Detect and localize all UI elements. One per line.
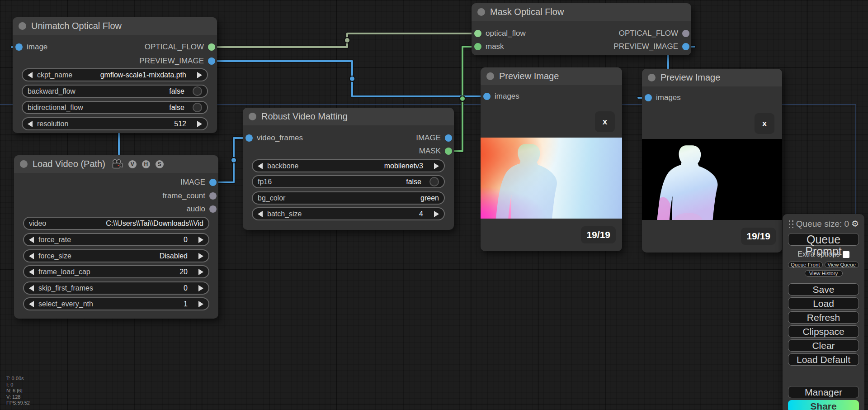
widget-bidirectional-flow[interactable]: bidirectional_flow false	[22, 101, 208, 114]
socket-image-output[interactable]	[209, 179, 217, 186]
output-optical-flow[interactable]: OPTICAL_FLOW	[145, 43, 215, 52]
output-optical-flow[interactable]: OPTICAL_FLOW	[619, 29, 689, 38]
node-robust-video-matting[interactable]: Robust Video Matting video_frames IMAGE …	[243, 108, 454, 230]
input-optical-flow[interactable]: optical_flow	[474, 29, 526, 38]
load-default-button[interactable]: Load Default	[788, 353, 859, 366]
manager-button[interactable]: Manager	[788, 386, 859, 398]
socket-optical-flow-output[interactable]	[682, 30, 689, 37]
widget-backbone[interactable]: backbone mobilenetv3	[252, 159, 445, 172]
input-images[interactable]: images	[483, 92, 519, 101]
decrement-arrow-icon[interactable]	[258, 211, 263, 217]
socket-audio-output[interactable]	[209, 205, 217, 213]
node-preview-image-1[interactable]: Preview Image images x 19/19	[481, 67, 622, 251]
socket-image-input[interactable]	[15, 43, 23, 51]
widget-label: bidirectional_flow	[28, 104, 83, 112]
socket-preview-image-output[interactable]	[682, 43, 689, 50]
socket-frame-count-output[interactable]	[209, 192, 217, 200]
increment-arrow-icon[interactable]	[198, 269, 203, 275]
node-load-video-path[interactable]: Load Video (Path) V H S IMAGE frame_coun…	[14, 155, 218, 319]
refresh-button[interactable]: Refresh	[788, 311, 859, 324]
socket-images-input[interactable]	[483, 93, 491, 100]
output-audio[interactable]: audio	[186, 205, 217, 214]
decrement-arrow-icon[interactable]	[29, 269, 34, 275]
node-title-bar[interactable]: Unimatch Optical Flow	[13, 17, 217, 35]
output-preview-image[interactable]: PREVIEW_IMAGE	[613, 42, 689, 51]
widget-video-path[interactable]: video C:\\Users\\Tai\\Downloads\\Vid	[23, 217, 209, 230]
socket-optical-flow-output[interactable]	[208, 43, 215, 51]
increment-arrow-icon[interactable]	[434, 163, 439, 169]
load-button[interactable]: Load	[788, 297, 859, 310]
output-image[interactable]: IMAGE	[416, 133, 452, 143]
widget-force-rate[interactable]: force_rate 0	[23, 233, 209, 246]
widget-frame-load-cap[interactable]: frame_load_cap 20	[23, 265, 209, 278]
input-mask[interactable]: mask	[474, 42, 504, 51]
widget-resolution[interactable]: resolution 512	[22, 117, 208, 130]
socket-preview-image-output[interactable]	[208, 57, 215, 65]
socket-video-frames-input[interactable]	[245, 134, 253, 142]
extra-options-checkbox[interactable]	[843, 251, 849, 258]
decrement-arrow-icon[interactable]	[29, 253, 34, 259]
input-image[interactable]: image	[15, 43, 47, 52]
node-preview-image-2[interactable]: Preview Image images x	[642, 69, 782, 253]
widget-value: false	[169, 104, 184, 112]
increment-arrow-icon[interactable]	[198, 285, 203, 291]
queue-front-button[interactable]: Queue Front	[788, 262, 823, 268]
decrement-arrow-icon[interactable]	[29, 237, 34, 243]
toggle-knob[interactable]	[193, 86, 202, 96]
output-frame-count[interactable]: frame_count	[163, 191, 217, 200]
widget-batch-size[interactable]: batch_size 4	[252, 207, 445, 220]
input-video-frames[interactable]: video_frames	[245, 133, 303, 143]
decrement-arrow-icon[interactable]	[29, 285, 34, 291]
decrement-arrow-icon[interactable]	[258, 163, 263, 169]
output-image[interactable]: IMAGE	[180, 178, 217, 187]
close-preview-button[interactable]: x	[755, 113, 774, 134]
decrement-arrow-icon[interactable]	[28, 121, 33, 127]
widget-label: video	[29, 219, 46, 228]
output-preview-image[interactable]: PREVIEW_IMAGE	[139, 57, 215, 66]
gear-icon[interactable]: ⚙	[851, 219, 859, 229]
drag-handle-icon[interactable]	[788, 219, 794, 228]
node-unimatch-optical-flow[interactable]: Unimatch Optical Flow image OPTICAL_FLOW…	[13, 17, 217, 133]
clear-button[interactable]: Clear	[788, 339, 859, 352]
socket-images-input[interactable]	[645, 94, 652, 101]
decrement-arrow-icon[interactable]	[28, 72, 33, 78]
increment-arrow-icon[interactable]	[198, 301, 203, 307]
input-images[interactable]: images	[645, 93, 681, 102]
decrement-arrow-icon[interactable]	[29, 301, 34, 307]
node-title-bar[interactable]: Mask Optical Flow	[472, 3, 691, 21]
node-mask-optical-flow[interactable]: Mask Optical Flow optical_flow mask OPTI…	[472, 3, 691, 55]
view-queue-button[interactable]: View Queue	[825, 262, 859, 268]
widget-select-every-nth[interactable]: select_every_nth 1	[23, 297, 209, 310]
increment-arrow-icon[interactable]	[198, 253, 203, 259]
socket-optical-flow-input[interactable]	[474, 30, 481, 37]
node-title-bar[interactable]: Robust Video Matting	[243, 108, 454, 125]
increment-arrow-icon[interactable]	[434, 211, 439, 217]
widget-skip-first-frames[interactable]: skip_first_frames 0	[23, 281, 209, 295]
save-button[interactable]: Save	[788, 283, 859, 296]
frame-counter-badge: 19/19	[581, 226, 616, 243]
increment-arrow-icon[interactable]	[197, 121, 202, 127]
increment-arrow-icon[interactable]	[198, 237, 203, 243]
close-preview-button[interactable]: x	[595, 111, 615, 132]
output-label: MASK	[419, 147, 441, 156]
widget-fp16[interactable]: fp16 false	[252, 175, 445, 188]
socket-mask-output[interactable]	[445, 148, 452, 155]
widget-backward-flow[interactable]: backward_flow false	[22, 85, 208, 98]
widget-force-size[interactable]: force_size Disabled	[23, 249, 209, 262]
view-history-button[interactable]: View History	[805, 270, 843, 277]
output-mask[interactable]: MASK	[419, 147, 452, 156]
node-title-bar[interactable]: Load Video (Path) V H S	[14, 155, 218, 173]
increment-arrow-icon[interactable]	[197, 72, 202, 78]
widget-ckpt-name[interactable]: ckpt_name gmflow-scale1-mixdata.pth	[22, 68, 208, 81]
share-button[interactable]: Share	[788, 400, 859, 410]
socket-image-output[interactable]	[445, 134, 452, 142]
comfy-menu-panel: Queue size: 0 ⚙ Queue Prompt Extra optio…	[783, 214, 864, 410]
node-title-bar[interactable]: Preview Image	[481, 67, 622, 85]
node-title-bar[interactable]: Preview Image	[642, 69, 782, 86]
queue-prompt-button[interactable]: Queue Prompt	[788, 233, 859, 246]
widget-bg-color[interactable]: bg_color green	[252, 191, 445, 205]
socket-mask-input[interactable]	[474, 43, 481, 50]
clipspace-button[interactable]: Clipspace	[788, 325, 859, 338]
toggle-knob[interactable]	[429, 177, 439, 186]
toggle-knob[interactable]	[193, 103, 202, 112]
